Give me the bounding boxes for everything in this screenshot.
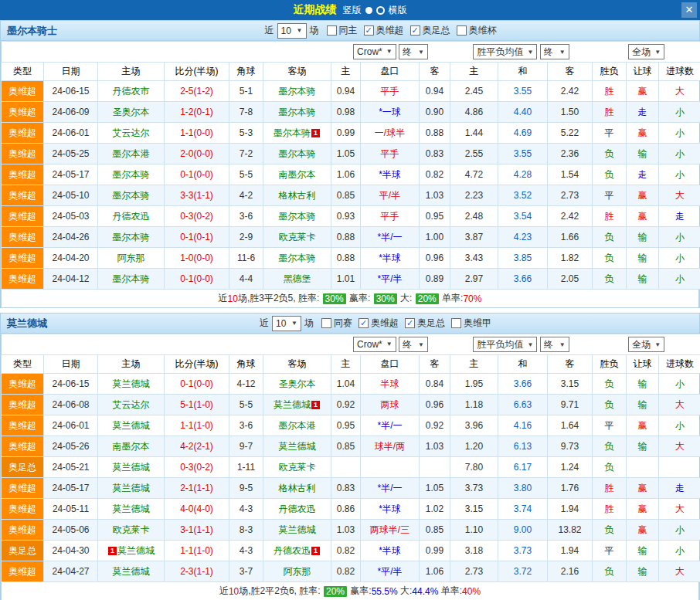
handicap-result: 赢 — [627, 499, 659, 520]
result: 胜 — [593, 478, 627, 499]
score: 2-5(1-2) — [165, 81, 229, 102]
away-team[interactable]: 格林古利 — [263, 185, 331, 206]
corner-score: 4-2 — [229, 185, 263, 206]
away-team[interactable]: 欧克莱卡 — [263, 457, 331, 478]
home-team[interactable]: 墨尔本骑 — [98, 269, 165, 290]
handicap-away-odds: 1.06 — [420, 561, 450, 582]
odds-draw: 9.00 — [498, 520, 548, 541]
scope-select[interactable]: 全场▼ — [628, 44, 664, 59]
checkbox-unchecked-icon[interactable] — [451, 318, 461, 328]
home-team[interactable]: 阿东那 — [98, 248, 165, 269]
vertical-layout-radio-selected[interactable] — [365, 7, 372, 14]
away-team[interactable]: 阿东那 — [263, 561, 331, 582]
home-team[interactable]: 莫兰德城 — [98, 415, 165, 436]
away-team[interactable]: 莫兰德城 — [263, 436, 331, 457]
filter-checkbox[interactable]: 同赛 — [321, 317, 352, 330]
home-team[interactable]: 墨尔本骑 — [98, 227, 165, 248]
result: 平 — [593, 123, 627, 144]
match-count-select[interactable]: 10▼ — [272, 316, 301, 331]
away-team[interactable]: 丹德农迅1 — [263, 541, 331, 561]
away-team[interactable]: 墨尔本骑 — [263, 248, 331, 269]
bookmaker-select[interactable]: Crow*▼ — [353, 337, 396, 352]
filter-checkbox[interactable]: ✓奥足总 — [410, 24, 450, 37]
home-team[interactable]: 莫兰德城 — [98, 499, 165, 520]
match-row: 奥维超24-06-15丹德农市2-5(1-2)5-1墨尔本骑0.94平手0.94… — [2, 81, 700, 102]
score: 0-3(0-2) — [165, 457, 229, 478]
home-team[interactable]: 圣奥尔本 — [98, 102, 165, 123]
team-section-1: 墨尔本骑士 近 10▼ 场 同主✓奥维超✓奥足总奥维杯 Crow*▼ 终▼ 胜平… — [0, 20, 700, 308]
chevron-down-icon: ▼ — [527, 341, 533, 348]
home-team[interactable]: 墨尔本骑 — [98, 164, 165, 185]
away-team[interactable]: 格林古利 — [263, 478, 331, 499]
away-team[interactable]: 墨尔本骑1 — [263, 123, 331, 144]
footer-text: 40% — [462, 586, 481, 597]
handicap-line: *半/一 — [361, 478, 420, 499]
home-team[interactable]: 丹德农迅 — [98, 206, 165, 227]
filter-checkbox[interactable]: 奥维杯 — [457, 24, 497, 37]
horizontal-layout-radio[interactable] — [376, 6, 385, 15]
filter-checkbox[interactable]: ✓奥足总 — [405, 317, 445, 330]
vertical-layout-label[interactable]: 竖版 — [343, 4, 362, 17]
odds-draw: 4.28 — [498, 164, 548, 185]
odds-draw: 6.17 — [498, 457, 548, 478]
checkbox-checked-icon[interactable]: ✓ — [364, 25, 374, 36]
away-team[interactable]: 圣奥尔本 — [263, 374, 331, 395]
home-team[interactable]: 莫兰德城 — [98, 374, 165, 395]
away-team[interactable]: 墨尔本港 — [263, 415, 331, 436]
away-team[interactable]: 墨尔本骑 — [263, 81, 331, 102]
away-team[interactable]: 南墨尔本 — [263, 164, 331, 185]
bookmaker-select[interactable]: Crow*▼ — [353, 44, 396, 59]
handicap-line — [361, 457, 420, 478]
home-team[interactable]: 丹德农市 — [98, 81, 165, 102]
close-icon[interactable]: ✕ — [681, 2, 697, 18]
match-date: 24-05-17 — [44, 164, 98, 185]
away-team[interactable]: 墨尔本骑 — [263, 144, 331, 164]
away-team[interactable]: 莫兰德城 — [263, 520, 331, 541]
match-count-select[interactable]: 10▼ — [277, 23, 307, 39]
odds-type-select[interactable]: 胜平负均值▼ — [473, 337, 537, 352]
match-date: 24-04-12 — [44, 269, 98, 290]
footer-text: 场,胜2平2负6, 胜率: — [239, 585, 323, 598]
filter-checkbox[interactable]: ✓奥维超 — [364, 24, 404, 37]
scope-select[interactable]: 全场▼ — [628, 337, 664, 352]
filter-checkbox[interactable]: 奥维甲 — [451, 317, 491, 330]
away-team[interactable]: 黑德堡 — [263, 269, 331, 290]
horizontal-layout-label[interactable]: 横版 — [389, 4, 407, 17]
away-team[interactable]: 墨尔本骑 — [263, 102, 331, 123]
home-team[interactable]: 艾云达尔 — [98, 123, 165, 144]
checkbox-checked-icon[interactable]: ✓ — [405, 318, 415, 328]
away-team[interactable]: 丹德农迅 — [263, 499, 331, 520]
home-team[interactable]: 南墨尔本 — [98, 436, 165, 457]
home-team[interactable]: 莫兰德城 — [98, 478, 165, 499]
away-team[interactable]: 莫兰德城1 — [263, 395, 331, 415]
home-team[interactable]: 莫兰德城 — [98, 457, 165, 478]
handicap-time-select[interactable]: 终▼ — [399, 44, 428, 59]
odds-time-select[interactable]: 终▼ — [540, 44, 569, 59]
column-header: 主场 — [98, 63, 165, 81]
section-header: 墨尔本骑士 近 10▼ 场 同主✓奥维超✓奥足总奥维杯 — [1, 20, 699, 41]
home-team[interactable]: 墨尔本骑 — [98, 185, 165, 206]
home-team[interactable]: 欧克莱卡 — [98, 520, 165, 541]
handicap-time-select[interactable]: 终▼ — [399, 337, 428, 352]
checkbox-checked-icon[interactable]: ✓ — [358, 318, 369, 328]
near-label: 近 — [265, 24, 274, 37]
checkbox-checked-icon[interactable]: ✓ — [410, 25, 420, 36]
odds-time-select[interactable]: 终▼ — [540, 337, 569, 352]
away-team[interactable]: 欧克莱卡 — [263, 227, 331, 248]
checkbox-unchecked-icon[interactable] — [327, 25, 337, 36]
odds-type-select[interactable]: 胜平负均值▼ — [473, 44, 537, 59]
result: 负 — [593, 520, 627, 541]
home-team[interactable]: 莫兰德城 — [98, 561, 165, 582]
checkbox-unchecked-icon[interactable] — [457, 25, 467, 36]
home-team[interactable]: 1莫兰德城 — [98, 541, 165, 561]
result: 平 — [593, 415, 627, 436]
away-team[interactable]: 墨尔本骑 — [263, 206, 331, 227]
column-header: 盘口 — [361, 355, 420, 374]
filter-checkbox[interactable]: 同主 — [327, 24, 358, 37]
home-team[interactable]: 墨尔本港 — [98, 144, 165, 164]
odds-draw: 3.55 — [498, 81, 548, 102]
filter-checkbox[interactable]: ✓奥维超 — [358, 317, 399, 330]
checkbox-unchecked-icon[interactable] — [321, 318, 331, 328]
home-team[interactable]: 艾云达尔 — [98, 395, 165, 415]
handicap-result: 输 — [627, 541, 659, 561]
